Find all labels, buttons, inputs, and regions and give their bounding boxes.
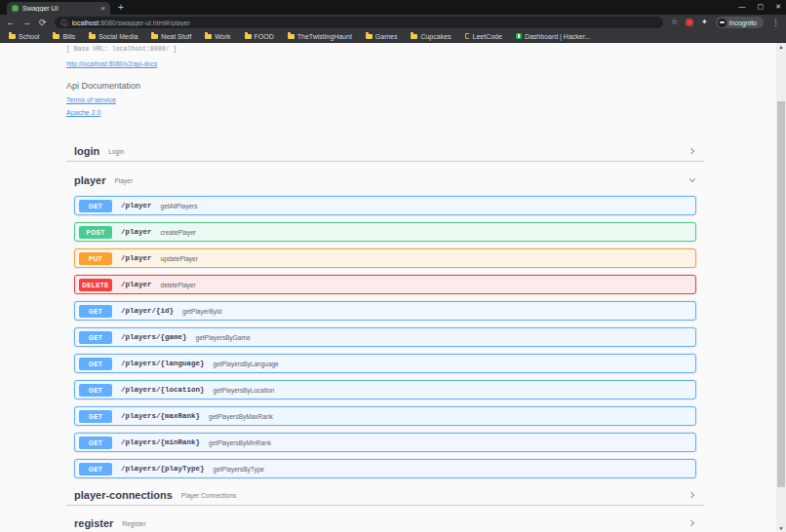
- bookmark-item[interactable]: Neat Stuff: [151, 33, 191, 40]
- bookmark-item[interactable]: TheTwistingHaunt: [288, 33, 352, 40]
- extensions-icon[interactable]: ✦: [701, 19, 708, 26]
- bookmark-item[interactable]: Work: [205, 33, 230, 40]
- url-text: localhost:8080/swagger-ui.html#/player: [72, 19, 190, 26]
- terms-of-service-link[interactable]: Terms of service: [66, 96, 116, 103]
- scroll-down-icon[interactable]: ▼: [776, 525, 786, 531]
- chevron-right-icon: [688, 147, 696, 155]
- endpoint-summary: deletePlayer: [161, 282, 196, 288]
- endpoint-get-players-minrank[interactable]: GET /players/{minRank} getPlayersByMinRa…: [74, 433, 696, 452]
- browser-tab[interactable]: Swagger UI ×: [7, 2, 110, 15]
- extension-red-icon[interactable]: [686, 19, 693, 26]
- folder-icon: [89, 34, 96, 39]
- section-description: Register: [122, 519, 145, 527]
- folder-icon: [245, 34, 252, 39]
- endpoint-summary: createPlayer: [161, 229, 197, 236]
- section-name: register: [74, 517, 113, 529]
- method-badge: GET: [79, 384, 112, 397]
- api-title: Api Documentation: [66, 81, 704, 91]
- incognito-badge: Incognito: [716, 17, 764, 28]
- method-badge: GET: [79, 200, 112, 212]
- endpoint-delete-player[interactable]: DELETE /player deletePlayer: [74, 275, 696, 294]
- bookmark-item[interactable]: FOOD: [245, 33, 274, 40]
- endpoint-summary: getPlayersByMaxRank: [209, 413, 273, 420]
- endpoint-summary: getPlayerById: [182, 308, 221, 315]
- bookmark-item[interactable]: Bills: [53, 33, 75, 40]
- endpoint-path: /players/{maxRank}: [121, 412, 200, 420]
- bookmarks-bar: School Bills Social Media Neat Stuff Wor…: [0, 30, 786, 43]
- site-info-icon[interactable]: ⓘ: [61, 19, 68, 26]
- endpoint-get-players-location[interactable]: GET /players/{location} getPlayersByLoca…: [74, 380, 696, 399]
- method-badge: GET: [79, 410, 112, 423]
- hackerrank-icon: [516, 33, 522, 39]
- endpoint-get-player[interactable]: GET /player getAllPlayers: [74, 196, 696, 215]
- swagger-page: [ Base URL: localhost:8080/ ] http://loc…: [0, 43, 776, 532]
- endpoint-path: /player: [121, 228, 152, 236]
- section-name: player: [74, 174, 105, 186]
- method-badge: GET: [79, 358, 112, 370]
- method-badge: GET: [79, 331, 112, 344]
- section-description: Player Connections: [181, 491, 236, 499]
- endpoint-post-player[interactable]: POST /player createPlayer: [74, 222, 696, 242]
- url-host: localhost: [72, 19, 99, 26]
- method-badge: GET: [79, 305, 112, 318]
- endpoint-summary: getPlayersByMinRank: [209, 439, 271, 446]
- close-button[interactable]: ✕: [775, 2, 781, 11]
- section-register[interactable]: register Register: [66, 513, 704, 532]
- bookmark-item[interactable]: Social Media: [89, 33, 138, 40]
- back-icon[interactable]: ←: [6, 19, 15, 27]
- method-badge: PUT: [79, 252, 112, 265]
- section-player[interactable]: player Player: [66, 170, 704, 190]
- address-bar[interactable]: ⓘ localhost:8080/swagger-ui.html#/player: [55, 17, 663, 28]
- scrollbar-thumb[interactable]: [777, 101, 785, 487]
- bookmark-item[interactable]: Cupcakes: [411, 33, 451, 40]
- menu-icon[interactable]: ⋮: [771, 19, 780, 27]
- endpoint-get-players-language[interactable]: GET /players/{language} getPlayersByLang…: [74, 354, 696, 373]
- minimize-button[interactable]: —: [739, 2, 746, 11]
- browser-chrome: Swagger UI × + — ▢ ✕ ← → ⟳ ⓘ localhost:8…: [0, 0, 786, 43]
- method-badge: DELETE: [79, 279, 112, 291]
- license-link[interactable]: Apache 2.0: [66, 109, 100, 116]
- endpoint-summary: getPlayersByGame: [196, 334, 251, 341]
- scroll-up-icon[interactable]: ▲: [776, 44, 786, 50]
- endpoint-get-players-playtype[interactable]: GET /players/{playType} getPlayersByType: [74, 459, 696, 478]
- section-login[interactable]: login Login: [66, 141, 704, 162]
- tab-close-icon[interactable]: ×: [100, 5, 105, 13]
- swagger-favicon-icon: [12, 5, 19, 12]
- bookmark-star-icon[interactable]: ☆: [671, 19, 678, 26]
- method-badge: GET: [79, 463, 112, 475]
- endpoint-path: /player: [121, 202, 152, 209]
- endpoint-summary: getPlayersByLanguage: [214, 361, 279, 367]
- bookmark-item-hackerrank[interactable]: Dashboard | Hacker...: [516, 33, 591, 40]
- endpoint-get-player-id[interactable]: GET /player/{id} getPlayerById: [74, 301, 696, 321]
- forward-icon[interactable]: →: [22, 19, 31, 27]
- section-description: Login: [108, 147, 124, 155]
- endpoint-get-players-maxrank[interactable]: GET /players/{maxRank} getPlayersByMaxRa…: [74, 406, 696, 426]
- folder-icon: [9, 34, 16, 39]
- bookmark-item[interactable]: School: [9, 33, 39, 40]
- operation-list: GET /player getAllPlayers POST /player c…: [66, 196, 704, 478]
- chevron-down-icon: [688, 176, 696, 184]
- chevron-right-icon: [688, 519, 696, 527]
- page-scrollbar[interactable]: ▲ ▼: [776, 43, 786, 532]
- tab-title: Swagger UI: [22, 5, 97, 12]
- endpoint-path: /player: [121, 281, 152, 288]
- endpoint-put-player[interactable]: PUT /player updatePlayer: [74, 248, 696, 268]
- section-description: Player: [114, 176, 132, 184]
- bookmark-item-leetcode[interactable]: LeetCode: [465, 33, 502, 40]
- new-tab-button[interactable]: +: [118, 3, 124, 13]
- incognito-icon: [718, 19, 727, 27]
- endpoint-get-players-game[interactable]: GET /players/{game} getPlayersByGame: [74, 327, 696, 347]
- endpoint-path: /player: [121, 254, 152, 262]
- leetcode-icon: [465, 33, 470, 39]
- section-player-connections[interactable]: player-connections Player Connections: [66, 485, 704, 506]
- bookmark-item[interactable]: Games: [366, 33, 398, 40]
- folder-icon: [411, 34, 417, 39]
- reload-icon[interactable]: ⟳: [39, 19, 47, 27]
- base-url-text: [ Base URL: localhost:8080/ ]: [66, 46, 704, 53]
- endpoint-summary: getAllPlayers: [161, 203, 198, 209]
- endpoint-path: /players/{location}: [121, 386, 205, 394]
- maximize-button[interactable]: ▢: [758, 2, 765, 11]
- api-docs-link[interactable]: http://localhost:8080/v2/api-docs: [66, 60, 157, 67]
- folder-icon: [205, 34, 212, 39]
- endpoint-path: /players/{game}: [121, 333, 187, 341]
